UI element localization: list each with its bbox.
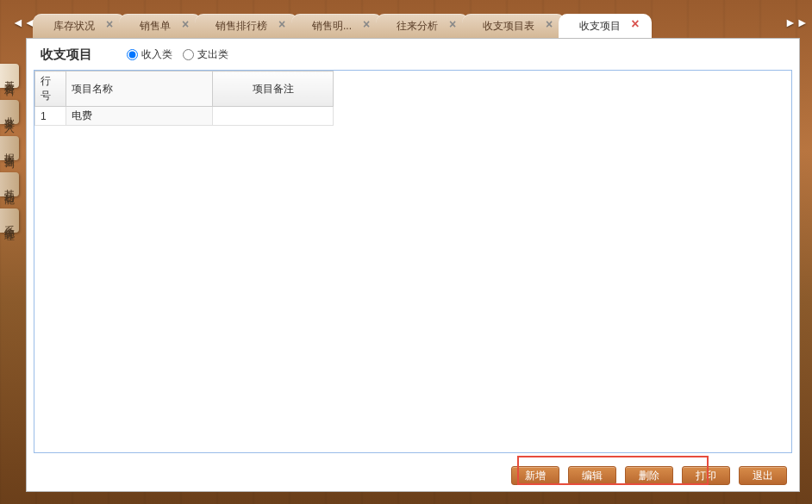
exit-button[interactable]: 退出 — [739, 466, 787, 485]
tab-label: 销售明... — [312, 20, 352, 32]
tab-sales-rank[interactable]: 销售排行榜 × — [195, 14, 298, 38]
column-header-rownum[interactable]: 行号 — [35, 72, 66, 107]
delete-button[interactable]: 删除 — [625, 466, 673, 485]
type-radio-group: 收入类 支出类 — [127, 47, 228, 62]
radio-expense-input[interactable] — [183, 49, 194, 60]
tab-income-expense-item[interactable]: 收支项目 × — [559, 14, 652, 38]
tab-sales-detail[interactable]: 销售明... × — [291, 14, 383, 38]
radio-income-input[interactable] — [127, 49, 138, 60]
sidebar-item-business-entry[interactable]: 业务录入 — [0, 100, 19, 124]
sidebar-item-system-manage[interactable]: 系统管理 — [0, 208, 19, 233]
tab-inventory[interactable]: 库存状况 × — [33, 14, 126, 38]
sidebar: 基本资料 业务录入 报表查询 其它功能 系统管理 — [0, 52, 21, 504]
footer-toolbar: 新增 编辑 删除 打印 退出 — [27, 460, 799, 491]
panel-title: 收支项目 — [41, 47, 92, 63]
tab-label: 销售排行榜 — [215, 20, 267, 32]
close-icon[interactable]: × — [543, 19, 555, 31]
cell-name[interactable]: 电费 — [66, 107, 213, 126]
tab-label: 库存状况 — [53, 20, 95, 32]
sidebar-item-other-functions[interactable]: 其它功能 — [0, 172, 19, 196]
radio-income[interactable]: 收入类 — [127, 47, 172, 62]
column-header-remark[interactable]: 项目备注 — [213, 72, 334, 107]
radio-expense[interactable]: 支出类 — [183, 47, 228, 62]
close-icon[interactable]: × — [179, 19, 191, 31]
cell-rownum: 1 — [35, 107, 66, 126]
tab-bar: ◄◄ ►► 库存状况 × 销售单 × 销售排行榜 × 销售明... × 往来分析… — [0, 0, 812, 38]
tab-balance-analysis[interactable]: 往来分析 × — [376, 14, 469, 38]
print-button[interactable]: 打印 — [682, 466, 730, 485]
tab-income-expense-table[interactable]: 收支项目表 × — [462, 14, 565, 38]
tabs-scroll-left-icon[interactable]: ◄◄ — [12, 16, 28, 28]
tab-label: 往来分析 — [397, 20, 438, 32]
edit-button[interactable]: 编辑 — [568, 466, 616, 485]
add-button[interactable]: 新增 — [511, 466, 559, 485]
data-grid[interactable]: 行号 项目名称 项目备注 1 电费 — [34, 70, 792, 453]
tab-label: 收支项目 — [579, 20, 621, 32]
tab-sales-order[interactable]: 销售单 × — [119, 14, 202, 38]
sidebar-item-basic-data[interactable]: 基本资料 — [0, 64, 19, 88]
close-icon[interactable]: × — [629, 19, 641, 31]
radio-expense-label: 支出类 — [197, 47, 228, 62]
close-icon[interactable]: × — [360, 19, 372, 31]
main-panel: 收支项目 收入类 支出类 行号 项目名称 项目备注 1 — [26, 38, 800, 492]
close-icon[interactable]: × — [447, 19, 459, 31]
table-row[interactable]: 1 电费 — [35, 107, 334, 126]
cell-remark[interactable] — [213, 107, 334, 126]
tab-label: 收支项目表 — [483, 20, 534, 32]
panel-header: 收支项目 收入类 支出类 — [27, 39, 799, 70]
tabs-scroll-right-icon[interactable]: ►► — [784, 16, 800, 28]
close-icon[interactable]: × — [276, 19, 288, 31]
close-icon[interactable]: × — [103, 19, 116, 31]
radio-income-label: 收入类 — [141, 47, 172, 62]
column-header-name[interactable]: 项目名称 — [66, 72, 213, 107]
sidebar-item-report-query[interactable]: 报表查询 — [0, 136, 19, 160]
tab-label: 销售单 — [140, 20, 171, 32]
